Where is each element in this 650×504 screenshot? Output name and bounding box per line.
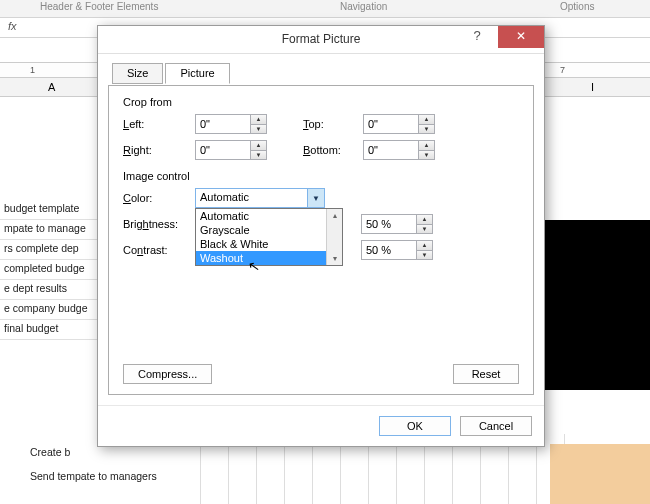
ok-button[interactable]: OK [379, 416, 451, 436]
contrast-label: Contrast: [123, 244, 195, 256]
right-label: Right: [123, 144, 195, 156]
top-label: Top: [303, 118, 363, 130]
dialog-titlebar[interactable]: Format Picture ? ✕ [98, 26, 544, 54]
crop-top-input[interactable]: ▲▼ [363, 114, 435, 134]
color-combobox[interactable]: Automatic ▼ Automatic Grayscale Black & … [195, 188, 325, 208]
spinner-buttons[interactable]: ▲▼ [419, 114, 435, 134]
brightness-label: Brightness: [123, 218, 195, 230]
cancel-button[interactable]: Cancel [460, 416, 532, 436]
crop-bottom-input[interactable]: ▲▼ [363, 140, 435, 160]
gantt-dark-block [535, 220, 650, 390]
chevron-down-icon[interactable]: ▼ [307, 189, 324, 207]
picture-panel: Crop from Left: ▲▼ Top: ▲▼ Right: ▲▼ [108, 85, 534, 395]
brightness-input[interactable]: ▲▼ [361, 214, 433, 234]
tab-picture[interactable]: Picture [165, 63, 229, 84]
reset-button[interactable]: Reset [453, 364, 519, 384]
dropdown-scrollbar[interactable]: ▴▾ [326, 209, 342, 265]
spinner-buttons[interactable]: ▲▼ [251, 114, 267, 134]
spinner-buttons[interactable]: ▲▼ [251, 140, 267, 160]
left-label: Left: [123, 118, 195, 130]
ribbon-group-labels: Header & Footer Elements Navigation Opti… [0, 0, 650, 18]
spinner-buttons[interactable]: ▲▼ [417, 240, 433, 260]
color-option-automatic[interactable]: Automatic [196, 209, 342, 223]
spinner-buttons[interactable]: ▲▼ [417, 214, 433, 234]
fx-label: fx [8, 20, 17, 32]
crop-from-label: Crop from [123, 96, 519, 108]
gantt-tan-block [550, 444, 650, 504]
bottom-label: Bottom: [303, 144, 363, 156]
image-control-label: Image control [123, 170, 519, 182]
tab-size[interactable]: Size [112, 63, 163, 84]
spinner-buttons[interactable]: ▲▼ [419, 140, 435, 160]
format-picture-dialog: Format Picture ? ✕ Size Picture Crop fro… [97, 25, 545, 447]
color-option-blackwhite[interactable]: Black & White [196, 237, 342, 251]
close-button[interactable]: ✕ [498, 26, 544, 48]
color-option-washout[interactable]: Washout [196, 251, 342, 265]
compress-button[interactable]: Compress... [123, 364, 212, 384]
crop-left-input[interactable]: ▲▼ [195, 114, 267, 134]
color-label: Color: [123, 192, 195, 204]
contrast-input[interactable]: ▲▼ [361, 240, 433, 260]
help-button[interactable]: ? [462, 26, 492, 48]
color-dropdown[interactable]: Automatic Grayscale Black & White Washou… [195, 208, 343, 266]
crop-right-input[interactable]: ▲▼ [195, 140, 267, 160]
color-option-grayscale[interactable]: Grayscale [196, 223, 342, 237]
background-bottom-rows: Create b Send tempate to managers [30, 446, 157, 494]
